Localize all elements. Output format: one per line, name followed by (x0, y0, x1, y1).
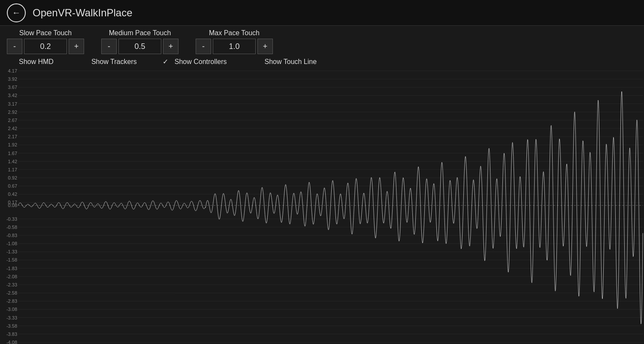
medium-pace-control: Medium Pace Touch - 0.5 + (101, 29, 178, 54)
show-hmd-label: Show HMD (19, 58, 54, 66)
chart-area (0, 69, 644, 344)
medium-pace-value: 0.5 (118, 39, 161, 54)
slow-pace-label: Slow Pace Touch (19, 29, 72, 37)
show-controllers-checkbox[interactable]: ✓ Show Controllers (163, 58, 227, 66)
medium-pace-minus-button[interactable]: - (101, 39, 117, 54)
show-trackers-label: Show Trackers (91, 58, 137, 66)
back-button[interactable]: ← (7, 3, 26, 22)
show-touch-line-checkbox[interactable]: Show Touch Line (253, 58, 317, 66)
medium-pace-label: Medium Pace Touch (109, 29, 171, 37)
medium-pace-plus-button[interactable]: + (163, 39, 178, 54)
max-pace-plus-button[interactable]: + (257, 39, 273, 54)
back-arrow-icon: ← (12, 8, 21, 18)
max-pace-value: 1.0 (213, 39, 256, 54)
chart-canvas (0, 69, 644, 344)
max-pace-control: Max Pace Touch - 1.0 + (196, 29, 273, 54)
app-title: OpenVR-WalkInPlace (33, 7, 133, 19)
slow-pace-control: Slow Pace Touch - 0.2 + (7, 29, 84, 54)
max-pace-minus-button[interactable]: - (196, 39, 211, 54)
slow-pace-plus-button[interactable]: + (69, 39, 84, 54)
show-trackers-checkbox[interactable]: Show Trackers (79, 58, 137, 66)
max-pace-label: Max Pace Touch (209, 29, 260, 37)
slow-pace-value: 0.2 (24, 39, 67, 54)
show-controllers-label: Show Controllers (175, 58, 227, 66)
controllers-checkmark: ✓ (163, 58, 171, 66)
show-hmd-checkbox[interactable]: Show HMD (7, 58, 54, 66)
show-touch-line-label: Show Touch Line (265, 58, 317, 66)
slow-pace-minus-button[interactable]: - (7, 39, 22, 54)
